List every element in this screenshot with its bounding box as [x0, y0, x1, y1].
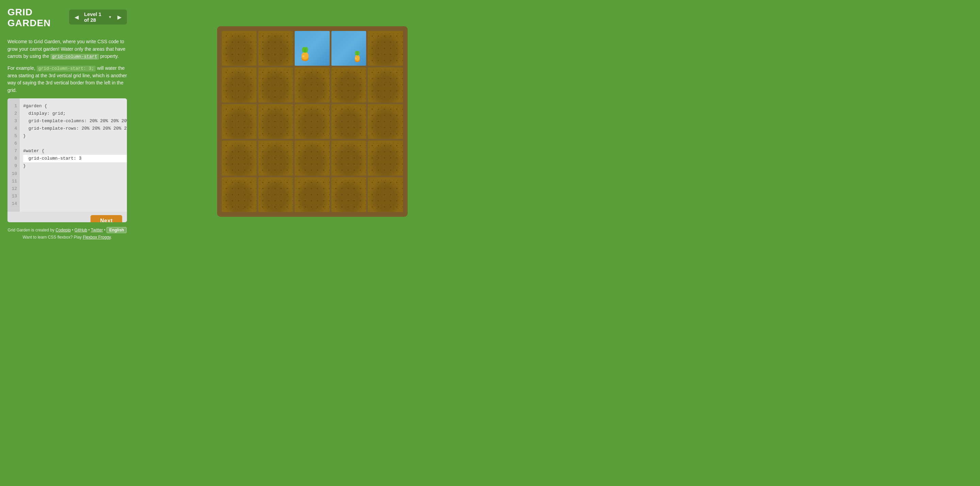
garden-cell: [222, 104, 256, 139]
garden-cell: [295, 31, 329, 66]
carrot-wrapper: [295, 31, 329, 66]
code-editor: 1234567891011121314 #garden { display: g…: [8, 98, 127, 212]
garden-cell: [222, 31, 256, 66]
flexbox-period: .: [111, 235, 111, 240]
garden-cell: [222, 67, 256, 102]
garden-cell: [222, 177, 256, 212]
garden-grid: [222, 31, 403, 212]
code-line-9: }: [23, 163, 26, 169]
right-panel: [134, 0, 490, 243]
garden-cell: [258, 67, 293, 102]
editor-footer: Next: [8, 212, 127, 222]
github-link[interactable]: GitHub: [75, 228, 87, 233]
flexbox-text: Want to learn CSS flexbox? Play: [22, 235, 83, 240]
garden-cell: [258, 104, 293, 139]
description-para1: Welcome to Grid Garden, where you write …: [8, 38, 127, 61]
desc1-after: property.: [99, 53, 119, 59]
garden-cell: [331, 67, 366, 102]
garden-cell: [258, 177, 293, 212]
garden-cell: [295, 67, 329, 102]
description-para2: For example, grid-column-start: 3; will …: [8, 65, 127, 94]
garden-cell: [368, 67, 402, 102]
code-content: #garden { display: grid; grid-template-c…: [20, 98, 127, 212]
prev-level-button[interactable]: ◀: [73, 13, 81, 21]
codepip-link[interactable]: Codepip: [56, 228, 71, 233]
level-nav-bar: ◀ Level 1 of 28 ▼ ▶: [69, 10, 127, 24]
level-text: Level 1 of 28: [84, 11, 107, 23]
garden-cell: [295, 177, 329, 212]
garden-cell: [331, 31, 366, 66]
left-panel: GRID GARDEN ◀ Level 1 of 28 ▼ ▶ Welcome …: [0, 0, 134, 243]
left-content: GRID GARDEN ◀ Level 1 of 28 ▼ ▶ Welcome …: [8, 7, 127, 243]
flexbox-link[interactable]: Flexbox Froggy: [83, 235, 111, 240]
garden-cell: [331, 140, 366, 175]
footer: Grid Garden is created by Codepip • GitH…: [8, 222, 127, 243]
garden-cell: [368, 31, 402, 66]
language-button[interactable]: English: [107, 227, 127, 233]
garden-cell: [222, 140, 256, 175]
header-area: GRID GARDEN ◀ Level 1 of 28 ▼ ▶: [8, 7, 127, 33]
garden-cell: [331, 177, 366, 212]
bullet3: •: [103, 228, 107, 233]
bullet2: •: [87, 228, 91, 233]
next-button[interactable]: Next: [91, 215, 122, 222]
garden-cell: [368, 104, 402, 139]
level-dropdown-arrow[interactable]: ▼: [108, 15, 112, 19]
footer-line2: Want to learn CSS flexbox? Play Flexbox …: [8, 235, 127, 240]
svg-point-2: [301, 53, 309, 59]
garden-cell: [295, 104, 329, 139]
level-label: Level 1 of 28 ▼: [84, 11, 112, 23]
garden-cell: [258, 140, 293, 175]
game-title: GRID GARDEN: [8, 7, 69, 29]
code-input[interactable]: [23, 155, 127, 163]
carrot-wrapper: [331, 31, 366, 66]
garden-cell: [331, 104, 366, 139]
desc2-before: For example,: [8, 65, 37, 71]
carrot-icon: [298, 44, 314, 64]
desc2-code: grid-column-start: 3;: [37, 66, 96, 72]
svg-point-6: [355, 55, 360, 61]
garden-cell: [368, 177, 402, 212]
desc1-code: grid-column-start: [50, 54, 99, 59]
garden-cell: [295, 140, 329, 175]
bullet1: •: [71, 228, 75, 233]
code-editor-wrapper: 1234567891011121314 #garden { display: g…: [8, 98, 127, 222]
footer-line1: Grid Garden is created by Codepip • GitH…: [8, 227, 127, 233]
carrot-icon: [350, 47, 364, 64]
twitter-link[interactable]: Twitter: [91, 228, 103, 233]
garden-cell: [368, 140, 402, 175]
main-layout: GRID GARDEN ◀ Level 1 of 28 ▼ ▶ Welcome …: [0, 0, 490, 243]
code-line-1: #garden { display: grid; grid-template-c…: [23, 104, 127, 154]
line-numbers: 1234567891011121314: [8, 98, 20, 212]
garden-outer: [217, 26, 408, 217]
created-text: Grid Garden is created by: [8, 228, 56, 233]
next-level-button[interactable]: ▶: [115, 13, 124, 21]
garden-cell: [258, 31, 293, 66]
